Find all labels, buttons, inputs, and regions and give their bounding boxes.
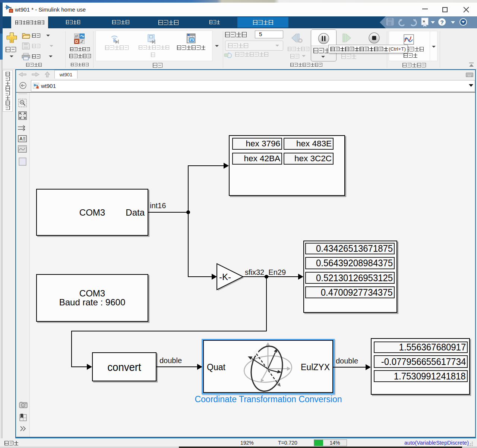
svg-text:A: A	[19, 136, 23, 142]
svg-text:?: ?	[440, 19, 444, 25]
svg-text:-K-: -K-	[219, 272, 231, 282]
